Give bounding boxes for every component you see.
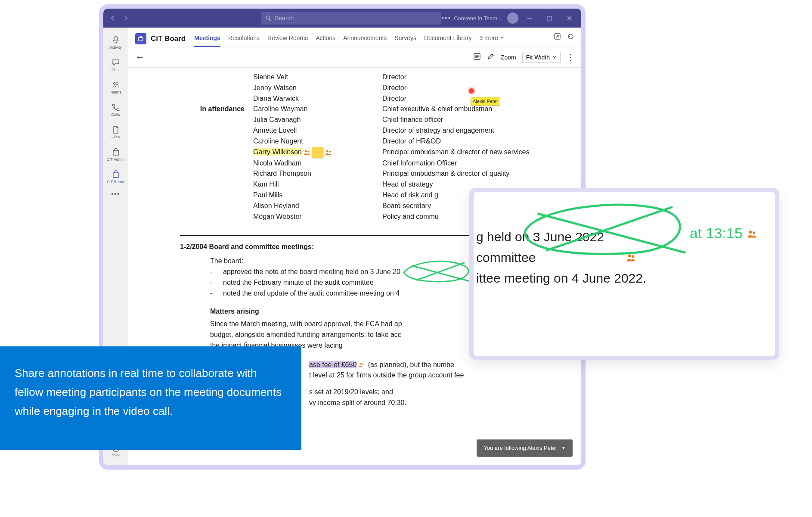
nav-arrows bbox=[107, 12, 132, 24]
svg-rect-5 bbox=[139, 37, 143, 41]
svg-point-11 bbox=[329, 151, 331, 153]
app-header: CiT Board Meetings Resolutions Review Ro… bbox=[128, 28, 581, 47]
rail-chat[interactable]: Chat bbox=[105, 54, 127, 76]
fee-line: ase fee of £650 (as planned), but the nu… bbox=[309, 360, 564, 371]
tab-surveys[interactable]: Surveys bbox=[394, 30, 416, 47]
rail-cit-admin[interactable]: CiT Admin bbox=[105, 144, 127, 165]
zoom-line-2: committee bbox=[476, 247, 766, 268]
app-icon bbox=[135, 33, 146, 44]
rail-activity[interactable]: Activity bbox=[105, 32, 127, 53]
tab-announcements[interactable]: Announcements bbox=[343, 30, 387, 47]
more-icon[interactable]: ••• bbox=[441, 14, 451, 22]
highlighted-fee: ase fee of £650 bbox=[309, 361, 356, 368]
attendee-row: In attendanceCaroline WaymanChief execut… bbox=[180, 104, 564, 115]
toolbar-right: Zoom Fit Width ⋮ bbox=[473, 52, 574, 63]
cursor-tooltip: Alexis Peter bbox=[471, 97, 500, 106]
svg-rect-1 bbox=[548, 16, 552, 20]
sticky-note-icon[interactable] bbox=[312, 147, 323, 158]
levels-line: s set at 2019/20 levels; and bbox=[309, 387, 564, 398]
rail-teams[interactable]: Teams bbox=[105, 77, 127, 98]
user-avatar[interactable] bbox=[507, 12, 518, 24]
minimize-button[interactable]: ─ bbox=[521, 12, 538, 25]
split-line: vy income split of around 70:30. bbox=[309, 398, 564, 408]
close-button[interactable]: ✕ bbox=[561, 12, 578, 25]
svg-point-10 bbox=[326, 150, 328, 152]
svg-point-3 bbox=[116, 83, 118, 85]
tab-actions[interactable]: Actions bbox=[316, 30, 335, 47]
remote-cursor bbox=[469, 88, 474, 93]
pencil-icon[interactable] bbox=[487, 53, 495, 62]
app-title: CiT Board bbox=[151, 34, 186, 43]
svg-point-14 bbox=[749, 230, 752, 234]
titlebar-right: ••• Convene in Team... ─ ✕ bbox=[441, 12, 578, 25]
chevron-down-icon bbox=[500, 36, 504, 40]
svg-point-0 bbox=[266, 16, 270, 19]
attendee-row: Julia CavanaghChief finance officer bbox=[180, 115, 564, 125]
attendee-row: Sienne VeitDirector bbox=[180, 72, 564, 83]
svg-point-17 bbox=[632, 255, 634, 258]
svg-point-2 bbox=[113, 83, 115, 85]
rail-more[interactable]: ••• bbox=[111, 190, 120, 197]
tab-doc-library[interactable]: Document Library bbox=[424, 30, 472, 47]
tab-review-rooms[interactable]: Review Rooms bbox=[267, 30, 308, 47]
people-icon bbox=[324, 149, 333, 156]
follow-pill[interactable]: You are following Alexis Peter ▼ bbox=[477, 439, 573, 457]
rail-calls[interactable]: Calls bbox=[105, 99, 127, 121]
app-context-label: Convene in Team... bbox=[454, 15, 502, 22]
tabs: Meetings Resolutions Review Rooms Action… bbox=[194, 30, 554, 47]
attendee-row: Richard ThompsonPrincipal ombudsman & di… bbox=[180, 168, 564, 179]
teams-icon bbox=[112, 81, 120, 89]
people-icon bbox=[626, 250, 637, 265]
fee-line-2: t level at 25 for firms outside the grou… bbox=[309, 370, 564, 381]
tab-more[interactable]: 3 more bbox=[479, 30, 504, 47]
svg-point-16 bbox=[628, 254, 631, 257]
outline-icon[interactable] bbox=[473, 53, 481, 62]
titlebar: Search ••• Convene in Team... ─ ✕ bbox=[103, 9, 581, 28]
popout-icon[interactable] bbox=[554, 33, 561, 42]
header-right bbox=[554, 33, 574, 44]
svg-point-15 bbox=[753, 231, 755, 234]
chevron-down-icon bbox=[552, 55, 557, 59]
maximize-button[interactable] bbox=[541, 12, 558, 25]
rail-cit-board[interactable]: CiT Board bbox=[105, 166, 127, 188]
zoom-inset: at 13:15 g held on 3 June 2022 committee… bbox=[469, 188, 779, 360]
attendee-row: Jenny WatsonDirector bbox=[180, 83, 564, 93]
nav-forward[interactable] bbox=[120, 12, 132, 24]
zoom-label: Zoom bbox=[501, 54, 516, 61]
attendee-row: Nicola WadhamChief Information Officer bbox=[180, 158, 564, 169]
chevron-down-icon: ▼ bbox=[561, 445, 566, 452]
attendee-row: Diana WarwickDirector bbox=[180, 93, 564, 104]
phone-icon bbox=[112, 103, 120, 112]
zoom-select[interactable]: Fit Width bbox=[522, 52, 561, 63]
bag-icon bbox=[112, 148, 120, 156]
svg-point-13 bbox=[362, 364, 363, 365]
search-placeholder: Search bbox=[275, 15, 294, 22]
svg-point-12 bbox=[360, 363, 362, 365]
people-icon bbox=[303, 149, 311, 156]
file-icon bbox=[112, 125, 120, 134]
callout-text: Share annotations in real time to collab… bbox=[15, 364, 284, 421]
marketing-callout: Share annotations in real time to collab… bbox=[0, 346, 301, 450]
bag-icon bbox=[112, 170, 120, 179]
people-icon bbox=[747, 225, 758, 241]
chat-icon bbox=[112, 58, 120, 67]
toolbar: ← Zoom Fit Width ⋮ bbox=[128, 47, 581, 68]
zoom-line-3: ittee meeting on 4 June 2022. bbox=[476, 268, 766, 289]
search-input[interactable]: Search bbox=[261, 12, 441, 25]
highlighted-name: Garry Wilkinson bbox=[253, 148, 302, 156]
bell-icon bbox=[112, 36, 120, 44]
refresh-icon[interactable] bbox=[567, 33, 574, 42]
people-icon bbox=[357, 362, 366, 368]
search-icon bbox=[265, 15, 271, 21]
attendee-row: Garry WilkinsonPrincipal ombudsman & dir… bbox=[180, 147, 564, 158]
svg-point-8 bbox=[304, 150, 307, 152]
back-button[interactable]: ← bbox=[135, 52, 145, 63]
rail-files[interactable]: Files bbox=[105, 121, 127, 143]
tab-meetings[interactable]: Meetings bbox=[194, 30, 220, 47]
nav-back[interactable] bbox=[107, 12, 119, 24]
attendee-row: Caroline NugentDirector of HR&OD bbox=[180, 136, 564, 147]
kebab-menu[interactable]: ⋮ bbox=[567, 53, 574, 62]
tab-resolutions[interactable]: Resolutions bbox=[228, 30, 260, 47]
attendee-row: Annette LovellDirector of strategy and e… bbox=[180, 125, 564, 136]
annotation-time: at 13:15 bbox=[690, 221, 758, 245]
